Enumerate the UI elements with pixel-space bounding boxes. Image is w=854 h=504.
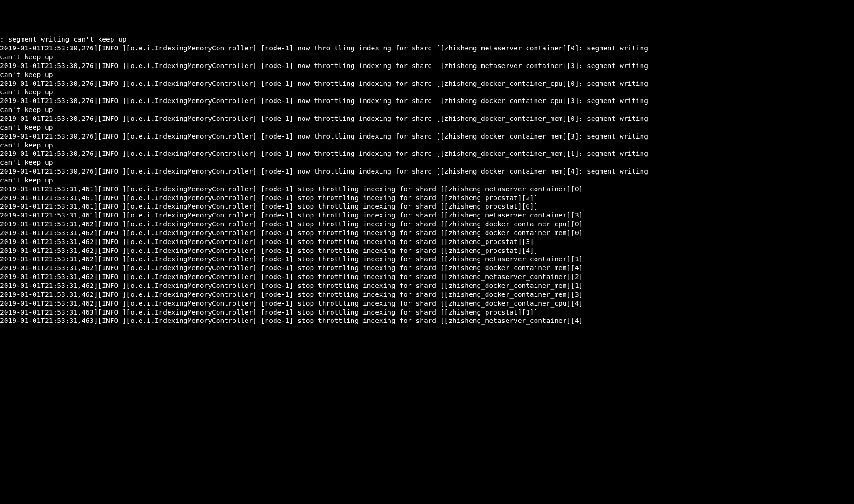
log-line: 2019-01-01T21:53:31,461][INFO ][o.e.i.In…: [0, 194, 663, 203]
log-line: 2019-01-01T21:53:30,276][INFO ][o.e.i.In…: [0, 44, 663, 62]
log-line: 2019-01-01T21:53:30,276][INFO ][o.e.i.In…: [0, 97, 663, 114]
log-line: 2019-01-01T21:53:31,462][INFO ][o.e.i.In…: [0, 220, 663, 229]
log-line: 2019-01-01T21:53:31,462][INFO ][o.e.i.In…: [0, 238, 663, 246]
log-line: 2019-01-01T21:53:30,276][INFO ][o.e.i.In…: [0, 149, 663, 167]
log-line: : segment writing can't keep up: [0, 35, 663, 44]
log-line: 2019-01-01T21:53:30,276][INFO ][o.e.i.In…: [0, 62, 663, 79]
log-line: 2019-01-01T21:53:30,276][INFO ][o.e.i.In…: [0, 79, 663, 97]
log-line: 2019-01-01T21:53:30,276][INFO ][o.e.i.In…: [0, 167, 663, 185]
log-line: 2019-01-01T21:53:31,462][INFO ][o.e.i.In…: [0, 246, 663, 255]
log-line: 2019-01-01T21:53:31,463][INFO ][o.e.i.In…: [0, 316, 663, 325]
log-line: 2019-01-01T21:53:31,461][INFO ][o.e.i.In…: [0, 185, 663, 194]
log-line: 2019-01-01T21:53:31,461][INFO ][o.e.i.In…: [0, 202, 663, 211]
log-line: 2019-01-01T21:53:31,461][INFO ][o.e.i.In…: [0, 211, 663, 220]
log-line: 2019-01-01T21:53:30,276][INFO ][o.e.i.In…: [0, 114, 663, 132]
log-line: 2019-01-01T21:53:31,462][INFO ][o.e.i.In…: [0, 255, 663, 264]
log-line: 2019-01-01T21:53:31,462][INFO ][o.e.i.In…: [0, 290, 663, 299]
log-line: 2019-01-01T21:53:31,462][INFO ][o.e.i.In…: [0, 299, 663, 308]
terminal-output: : segment writing can't keep up2019-01-0…: [0, 35, 663, 325]
log-line: 2019-01-01T21:53:31,463][INFO ][o.e.i.In…: [0, 308, 663, 317]
log-line: 2019-01-01T21:53:31,462][INFO ][o.e.i.In…: [0, 273, 663, 281]
log-line: 2019-01-01T21:53:31,462][INFO ][o.e.i.In…: [0, 281, 663, 290]
log-line: 2019-01-01T21:53:30,276][INFO ][o.e.i.In…: [0, 132, 663, 150]
log-line: 2019-01-01T21:53:31,462][INFO ][o.e.i.In…: [0, 229, 663, 238]
log-line: 2019-01-01T21:53:31,462][INFO ][o.e.i.In…: [0, 264, 663, 273]
